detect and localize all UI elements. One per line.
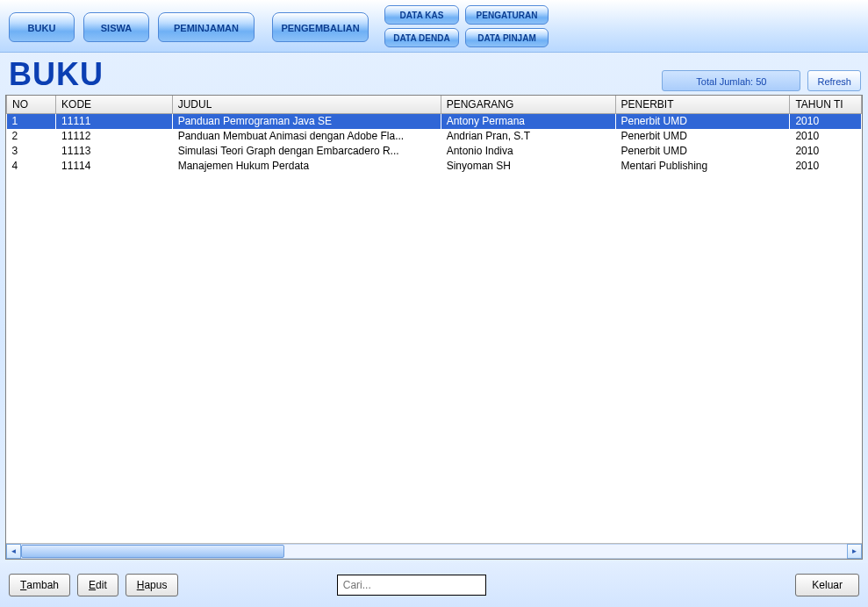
page-title: BUKU	[9, 56, 104, 93]
data-grid: NO KODE JUDUL PENGARANG PENERBIT TAHUN T…	[5, 95, 863, 560]
cell-kode: 11112	[56, 129, 173, 144]
btn-text: apus	[144, 579, 167, 591]
refresh-button[interactable]: Refresh	[807, 70, 861, 91]
tab-datapinjam[interactable]: DATA PINJAM	[465, 28, 549, 47]
mnemonic: T	[20, 579, 26, 591]
col-judul[interactable]: JUDUL	[172, 96, 441, 114]
cell-judul: Manajemen Hukum Perdata	[172, 159, 441, 174]
scroll-left-icon[interactable]: ◄	[6, 544, 21, 559]
table-row[interactable]: 411114Manajemen Hukum PerdataSinyoman SH…	[7, 159, 862, 174]
table-header-row: NO KODE JUDUL PENGARANG PENERBIT TAHUN T…	[7, 96, 862, 114]
btn-text: dit	[96, 579, 107, 591]
cell-tahun: 2010	[790, 114, 862, 129]
cell-penerbit: Mentari Publishing	[615, 159, 790, 174]
col-kode[interactable]: KODE	[56, 96, 173, 114]
tab-buku[interactable]: BUKU	[9, 12, 75, 42]
cell-tahun: 2010	[790, 144, 862, 159]
cell-kode: 11111	[56, 114, 173, 129]
cell-pengarang: Sinyoman SH	[441, 159, 615, 174]
col-pengarang[interactable]: PENGARANG	[441, 96, 615, 114]
main-menu: BUKU SISWA PEMINJAMAN PENGEMBALIAN DATA …	[0, 0, 868, 53]
cell-tahun: 2010	[790, 129, 862, 144]
hapus-button[interactable]: Hapus	[126, 574, 179, 596]
cell-judul: Simulasi Teori Graph dengan Embarcadero …	[172, 144, 441, 159]
cell-penerbit: Penerbit UMD	[615, 114, 790, 129]
cell-no: 3	[7, 144, 56, 159]
col-penerbit[interactable]: PENERBIT	[615, 96, 790, 114]
cell-tahun: 2010	[790, 159, 862, 174]
scroll-track[interactable]	[21, 544, 847, 559]
cell-kode: 11113	[56, 144, 173, 159]
cell-judul: Panduan Pemrograman Java SE	[172, 114, 441, 129]
table-row[interactable]: 111111Panduan Pemrograman Java SEAntony …	[7, 114, 862, 129]
tab-pengembalian[interactable]: PENGEMBALIAN	[272, 12, 369, 42]
edit-button[interactable]: Edit	[77, 574, 118, 596]
mnemonic: H	[137, 579, 145, 591]
total-count-badge: Total Jumlah: 50	[662, 70, 800, 91]
table-row[interactable]: 311113Simulasi Teori Graph dengan Embarc…	[7, 144, 862, 159]
tab-datakas[interactable]: DATA KAS	[384, 5, 459, 25]
grid-body[interactable]: NO KODE JUDUL PENGARANG PENERBIT TAHUN T…	[6, 96, 862, 543]
scroll-right-icon[interactable]: ►	[847, 544, 862, 559]
cell-no: 4	[7, 159, 56, 174]
cell-pengarang: Antony Permana	[441, 114, 615, 129]
search-input[interactable]	[337, 575, 486, 596]
col-no[interactable]: NO	[7, 96, 56, 114]
cell-no: 1	[7, 114, 56, 129]
app-window: BUKU SISWA PEMINJAMAN PENGEMBALIAN DATA …	[0, 0, 868, 607]
footer-bar: Tambah Edit Hapus Keluar	[0, 563, 868, 607]
cell-kode: 11114	[56, 159, 173, 174]
cell-pengarang: Andrian Pran, S.T	[441, 129, 615, 144]
col-tahun[interactable]: TAHUN TI	[790, 96, 862, 114]
cell-penerbit: Penerbit UMD	[615, 144, 790, 159]
hscrollbar[interactable]: ◄ ►	[6, 543, 862, 559]
cell-penerbit: Penerbit UMD	[615, 129, 790, 144]
tab-datadenda[interactable]: DATA DENDA	[384, 28, 459, 47]
cell-judul: Panduan Membuat Animasi dengan Adobe Fla…	[172, 129, 441, 144]
mnemonic: E	[89, 579, 96, 591]
tab-siswa[interactable]: SISWA	[83, 12, 149, 42]
cell-pengarang: Antonio Indiva	[441, 144, 615, 159]
tambah-button[interactable]: Tambah	[9, 574, 70, 596]
scroll-thumb[interactable]	[21, 545, 284, 558]
title-row: BUKU Total Jumlah: 50 Refresh	[0, 53, 868, 95]
keluar-button[interactable]: Keluar	[795, 574, 859, 596]
table-row[interactable]: 211112Panduan Membuat Animasi dengan Ado…	[7, 129, 862, 144]
tab-pengaturan[interactable]: PENGATURAN	[465, 5, 549, 25]
btn-text: ambah	[26, 579, 59, 591]
cell-no: 2	[7, 129, 56, 144]
tab-peminjaman[interactable]: PEMINJAMAN	[158, 12, 255, 42]
